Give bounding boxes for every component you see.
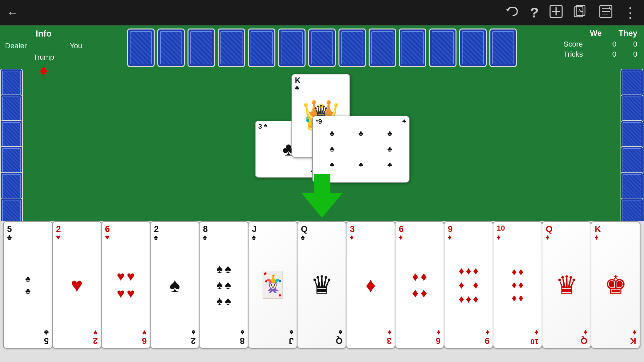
hand-card-8spades[interactable]: 8 ♠ ♠♠ ♠♠ ♠♠ 8 ♠ [199, 221, 249, 349]
score-label: Score [564, 40, 583, 49]
score-header: We They [564, 28, 637, 38]
hand-card-6hearts[interactable]: 6 ♥ ♥♥ ♥♥ 6 ♥ [101, 221, 151, 349]
help-button[interactable]: ? [530, 5, 539, 21]
opponent-card [187, 28, 215, 67]
tricks-row: Tricks 0 0 [564, 50, 637, 59]
tricks-we: 0 [612, 50, 616, 59]
score-row: Score 0 0 [564, 40, 637, 49]
opponent-card [369, 28, 396, 67]
opponent-card [399, 28, 426, 67]
more-button[interactable]: ⋮ [623, 4, 637, 21]
opponent-card [459, 28, 487, 67]
opponent-card [218, 28, 245, 67]
dealer-label: Dealer [5, 42, 27, 50]
hand-card-3diamonds[interactable]: 3 ♦ ♦ 3 ♦ [346, 221, 395, 349]
svg-text:♥: ♥ [581, 10, 583, 13]
dealer-value: You [70, 42, 82, 50]
hand-card-2spades[interactable]: 2 ♠ ♠ 2 ♠ [150, 221, 200, 349]
hand-card-5clubs[interactable]: 5 ♣ ♣ ♣ 5 ♣ [3, 221, 53, 349]
tricks-they: 0 [633, 50, 637, 59]
opponent-card [429, 28, 457, 67]
game-area: Info Dealer You Trump ♦ We They Score 0 … [0, 25, 644, 362]
opponent-card [338, 28, 366, 67]
turn-indicator-arrow [301, 174, 343, 218]
topbar-divider [0, 25, 644, 25]
nine-of-clubs-card[interactable]: *9 ♣ ♣ ♣ ♣ ♣ ♣ ♣ ♣ ♣ 6♣ [312, 116, 410, 183]
opponent-card [248, 28, 275, 67]
hand-card-2hearts[interactable]: 2 ♥ ♥ 2 ♥ [52, 221, 102, 349]
back-button[interactable]: ← [7, 6, 19, 20]
hand-card-10diamonds[interactable]: 10 ♦ ♦♦ ♦♦ ♦♦ 10 ♦ [493, 221, 542, 349]
we-header: We [590, 28, 602, 38]
dealer-row: Dealer You [5, 42, 82, 50]
hand-card-kdiamonds[interactable]: K ♦ ♚ K ♦ [591, 221, 640, 349]
info-title: Info [5, 28, 82, 39]
hand-card-6diamonds[interactable]: 6 ♦ ♦♦ ♦♦ 6 ♦ [395, 221, 444, 349]
arrow-head [301, 193, 343, 218]
trump-label: Trump [5, 53, 82, 62]
score-panel: We They Score 0 0 Tricks 0 0 [557, 25, 644, 63]
hand-card-9diamonds[interactable]: 9 ♦ ♦♦♦ ♦♦ ♦♦♦ 9 ♦ [444, 221, 493, 349]
they-header: They [619, 28, 637, 38]
hand-card-qdiamonds[interactable]: Q ♦ ♛ Q ♦ [542, 221, 591, 349]
opponent-card [127, 28, 155, 67]
arrow-shaft [314, 174, 330, 193]
opponent-card [308, 28, 336, 67]
opponent-card [157, 28, 185, 67]
score-we: 0 [612, 40, 616, 49]
tricks-label: Tricks [564, 50, 583, 59]
cards-button[interactable]: A ♥ [574, 4, 588, 21]
score-they: 0 [633, 40, 637, 49]
player-hand: 5 ♣ ♣ ♣ 5 ♣ 2 ♥ ♥ 2 ♥ 6 ♥ ♥♥ ♥♥ 6 ♥ [0, 221, 644, 362]
add-card-button[interactable] [549, 4, 564, 21]
top-bar: ← ? A ♥ [0, 0, 644, 25]
top-opponent-cards [104, 28, 540, 67]
svg-marker-0 [506, 9, 510, 11]
opponent-card [489, 28, 517, 67]
hand-card-jspades[interactable]: J ♠ 🃏 J ♠ [248, 221, 298, 349]
score-tricks-button[interactable] [598, 4, 613, 21]
hand-card-qspades[interactable]: Q ♠ ♛ Q ♠ [297, 221, 346, 349]
undo-button[interactable] [505, 4, 520, 21]
opponent-card [278, 28, 306, 67]
